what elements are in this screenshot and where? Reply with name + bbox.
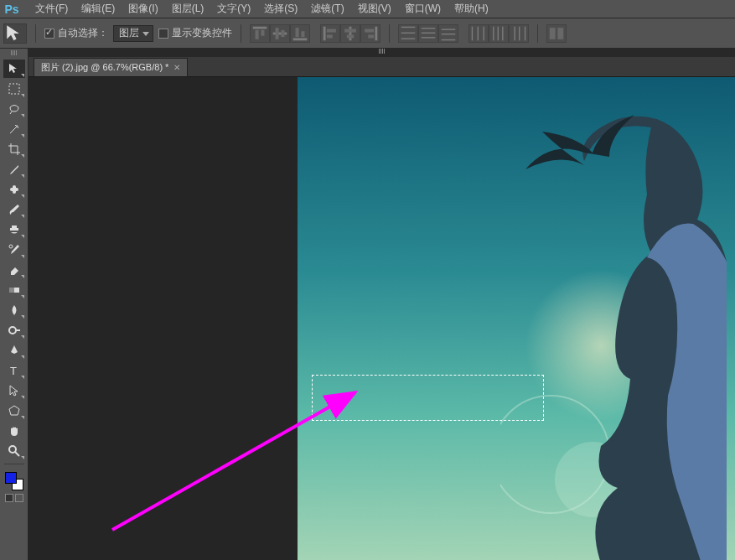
hand-tool[interactable] [3,422,25,440]
svg-rect-21 [422,28,436,29]
align-left-edges-icon[interactable] [320,24,340,43]
distribute-left-icon[interactable] [468,24,489,43]
svg-rect-17 [368,34,374,38]
lasso-tool[interactable] [3,100,25,118]
align-vcenter-icon[interactable] [270,24,290,43]
svg-rect-6 [293,38,308,40]
healing-brush-tool[interactable] [3,180,25,199]
checkbox-icon [158,29,168,39]
svg-rect-29 [484,26,484,40]
svg-marker-46 [9,406,19,415]
menu-type[interactable]: 文字(Y) [210,0,257,18]
align-hcenter-icon[interactable] [340,24,360,43]
svg-point-44 [9,327,16,334]
svg-rect-38 [9,84,19,94]
separator [537,24,538,43]
svg-rect-33 [515,26,515,40]
menu-image[interactable]: 图像(I) [122,0,164,18]
distribute-bottom-icon[interactable] [438,24,458,43]
move-tool[interactable] [3,60,25,78]
workspace: T 图片 (2).jpg @ 66.7%(RGB/8) * ✕ [0,49,735,560]
svg-rect-10 [327,29,336,32]
align-bottom-edges-icon[interactable] [290,24,310,43]
menu-view[interactable]: 视图(V) [351,0,398,18]
document-tab[interactable]: 图片 (2).jpg @ 66.7%(RGB/8) * ✕ [34,58,188,76]
svg-rect-22 [422,32,436,33]
auto-select-dropdown[interactable]: 图层 [113,25,153,42]
svg-rect-24 [442,29,456,29]
menu-layer[interactable]: 图层(L) [165,0,211,18]
svg-rect-15 [375,26,378,40]
clone-stamp-tool[interactable] [3,220,25,239]
zoom-tool[interactable] [3,442,25,460]
align-top-edges-icon[interactable] [250,24,270,43]
crop-tool[interactable] [3,140,25,158]
show-transform-checkbox[interactable]: 显示变换控件 [158,26,232,40]
screenmode-toggle[interactable] [15,494,23,502]
move-tool-indicator-icon[interactable] [3,23,27,44]
svg-rect-14 [347,34,354,38]
svg-text:T: T [10,365,17,377]
svg-rect-34 [519,26,520,40]
gradient-tool[interactable] [3,281,25,299]
separator [241,24,241,43]
align-right-edges-icon[interactable] [360,24,380,43]
type-tool[interactable]: T [3,361,25,380]
svg-rect-27 [472,26,473,40]
menu-edit[interactable]: 编辑(E) [75,0,122,18]
history-brush-tool[interactable] [3,241,25,259]
distribute-hcenter-icon[interactable] [489,24,509,43]
menu-select[interactable]: 选择(S) [257,0,304,18]
viewport[interactable] [28,77,735,560]
svg-line-51 [112,392,355,530]
show-transform-label: 显示变换控件 [172,26,232,40]
distribute-top-icon[interactable] [398,24,418,43]
svg-rect-12 [349,26,352,40]
eraser-tool[interactable] [3,261,25,279]
auto-select-checkbox[interactable]: 自动选择： [44,26,108,40]
svg-rect-32 [502,26,503,40]
menu-window[interactable]: 窗口(W) [398,0,448,18]
svg-rect-18 [401,26,416,27]
menu-bar: Ps 文件(F) 编辑(E) 图像(I) 图层(L) 文字(Y) 选择(S) 滤… [0,0,735,18]
brush-tool[interactable] [3,200,25,219]
menu-filter[interactable]: 滤镜(T) [304,0,350,18]
separator [4,464,24,464]
separator [35,24,36,43]
menu-file[interactable]: 文件(F) [28,0,75,18]
magic-wand-tool[interactable] [3,120,25,138]
svg-rect-16 [365,29,374,32]
svg-rect-20 [401,38,416,39]
dodge-tool[interactable] [3,321,25,340]
menu-help[interactable]: 帮助(H) [448,0,495,18]
separator [389,24,390,43]
close-icon[interactable]: ✕ [173,63,180,72]
svg-rect-30 [493,26,494,40]
svg-rect-7 [296,28,299,37]
color-swatch[interactable] [3,470,25,492]
marquee-tool[interactable] [3,80,25,98]
svg-rect-9 [324,26,326,40]
auto-align-icon[interactable] [546,24,567,43]
blur-tool[interactable] [3,301,25,319]
canvas-area: 图片 (2).jpg @ 66.7%(RGB/8) * ✕ [28,49,735,560]
panel-grip-icon[interactable] [2,50,27,57]
svg-rect-5 [281,29,284,36]
svg-rect-43 [9,288,14,293]
auto-select-label: 自动选择： [58,26,108,40]
pen-tool[interactable] [3,341,25,360]
app-logo: Ps [2,2,22,17]
shape-tool[interactable] [3,402,25,420]
path-select-tool[interactable] [3,381,25,400]
eyedropper-tool[interactable] [3,160,25,179]
tools-panel: T [0,49,28,560]
document-tab-label: 图片 (2).jpg @ 66.7%(RGB/8) * [41,61,168,74]
checkbox-icon [44,29,54,39]
distribute-horiz-group [468,24,529,43]
panel-grip-icon[interactable] [28,49,735,55]
foreground-color-swatch[interactable] [5,472,17,484]
quickmask-toggle[interactable] [5,494,13,502]
distribute-right-icon[interactable] [509,24,529,43]
distribute-vcenter-icon[interactable] [418,24,438,43]
svg-rect-19 [401,32,416,33]
